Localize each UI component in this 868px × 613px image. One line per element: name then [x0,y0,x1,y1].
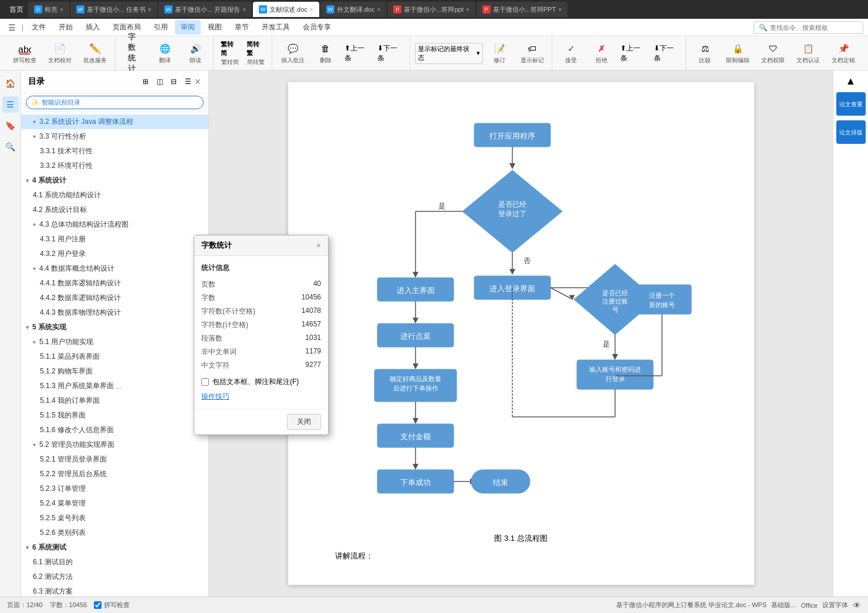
tab-close-icon[interactable]: × [310,6,313,13]
tab-t3[interactable]: W基于微信小... 开题报告× [158,2,252,17]
toc-toggle-4[interactable]: ▾ [26,177,29,184]
toc-toggle-10[interactable]: ▾ [33,265,36,272]
toc-toggle-1[interactable]: ▾ [33,133,36,140]
menu-item-插入[interactable]: 插入 [80,20,106,35]
toc-item-9[interactable]: 4.3.2 用户登录 [21,247,208,261]
toc-item-5[interactable]: 4.1 系统功能结构设计 [21,188,208,203]
menu-item-引用[interactable]: 引用 [148,20,174,35]
toc-toggle-29[interactable]: ▾ [26,544,29,551]
next-change-btn[interactable]: ⬇下一条 [651,42,682,65]
tab-t2[interactable]: W基于微信小... 任务书× [70,2,157,17]
toc-item-19[interactable]: 5.1.4 我的订单界面 [21,393,208,408]
toc-toggle-14[interactable]: ▾ [26,324,29,331]
toc-toggle-0[interactable]: ▾ [33,119,36,125]
toc-item-8[interactable]: 4.3.1 用户注册 [21,232,208,247]
tab-close-icon[interactable]: × [377,6,380,13]
delete-comment-btn[interactable]: 🗑 删除 [312,40,340,67]
toc-item-32[interactable]: 6.3 测试方案 [21,584,208,597]
left-icon-toc[interactable]: ☰ [2,96,19,113]
toc-toggle-22[interactable]: ▾ [33,442,36,448]
tab-t6[interactable]: P基于微信小...答辩ppt× [387,2,475,17]
toc-item-10[interactable]: ▾4.4 数据库概念结构设计 [21,261,208,276]
trad-to-simp-btn[interactable]: 繁转简 繁转简 [218,39,242,68]
sidebar-nav-btn-2[interactable]: ◫ [153,75,166,88]
paper-format-btn[interactable]: 论文排版 [836,120,866,144]
next-comment-btn[interactable]: ⬇下一条 [375,42,406,65]
toc-item-12[interactable]: 4.4.2 数据库逻辑结构设计 [21,291,208,305]
toc-item-25[interactable]: 5.2.3 订单管理 [21,481,208,496]
toc-item-1[interactable]: ▾3.3 可行性分析 [21,129,208,144]
toc-toggle-15[interactable]: ▾ [33,339,36,345]
menu-expand-icon[interactable]: ☰ [5,23,19,32]
search-box[interactable]: 🔍 [754,21,863,34]
toc-item-26[interactable]: 5.2.4 菜单管理 [21,496,208,511]
toc-item-3[interactable]: 3.3.2 环境可行性 [21,159,208,173]
toc-item-22[interactable]: ▾5.2 管理员功能实现界面 [21,437,208,452]
sidebar-close-btn[interactable]: ✕ [194,77,201,86]
toc-item-29[interactable]: ▾6 系统测试 [21,540,208,555]
toc-item-28[interactable]: 5.2.6 类别列表 [21,526,208,540]
spell-check-btn[interactable]: abc 拼写检查 [8,40,41,67]
scroll-up-btn[interactable]: ▲ [846,75,856,87]
tab-close-icon[interactable]: × [242,6,246,13]
toc-item-14[interactable]: ▾5 系统实现 [21,320,208,335]
tab-t7[interactable]: P基于微信小...答辩PPT× [477,2,568,17]
tab-t4[interactable]: W文献综述.doc× [253,2,319,17]
restrict-edit-btn[interactable]: 🔒 限制编辑 [721,40,754,67]
toc-item-7[interactable]: ▾4.3 总体功能结构设计流程图 [21,217,208,232]
menu-item-文件[interactable]: 文件 [26,20,52,35]
toc-item-6[interactable]: 4.2 系统设计目标 [21,203,208,217]
compare-btn[interactable]: ⚖ 比较 [691,40,719,67]
left-icon-home[interactable]: 🏠 [2,75,19,92]
toc-item-20[interactable]: 5.1.5 我的界面 [21,408,208,423]
menu-item-章节[interactable]: 章节 [229,20,255,35]
doc-final-btn[interactable]: 📌 文档定稿 [827,40,860,67]
tab-close-icon[interactable]: × [60,6,63,13]
toc-item-24[interactable]: 5.2.2 管理员后台系统 [21,467,208,481]
toc-item-11[interactable]: 4.4.1 数据库逻辑结构设计 [21,276,208,291]
word-count-btn[interactable]: 字数统计 [120,44,148,63]
insert-comment-btn[interactable]: 💬 插入批注 [277,40,309,67]
sidebar-nav-btn-4[interactable]: ☰ [181,75,194,88]
toc-item-31[interactable]: 6.2 测试方法 [21,570,208,584]
prev-comment-btn[interactable]: ⬆上一条 [342,42,373,65]
toc-item-15[interactable]: ▾5.1 用户功能实现 [21,335,208,349]
toc-item-18[interactable]: 5.1.3 用户系统菜单界面 ... [21,379,208,393]
include-textbox-checkbox[interactable] [201,378,209,386]
reject-btn[interactable]: ✗ 拒绝 [587,40,616,67]
spell-check-status[interactable]: 拼写检查 [94,601,130,609]
dialog-link[interactable]: 操作技巧 [201,392,229,400]
view-icon[interactable]: 👁 [853,601,861,610]
toc-item-16[interactable]: 5.1.1 菜品列表界面 [21,349,208,364]
doc-cert-btn[interactable]: 📋 文档认证 [792,40,825,67]
tab-close-icon[interactable]: × [148,6,151,13]
home-tab[interactable]: 首页 [5,2,28,17]
prev-change-btn[interactable]: ⬆上一条 [618,42,649,65]
toc-item-2[interactable]: 3.3.1 技术可行性 [21,144,208,159]
doc-rights-btn[interactable]: 🛡 文档权限 [756,40,789,67]
toc-item-30[interactable]: 6.1 测试目的 [21,555,208,570]
toc-item-27[interactable]: 5.2.5 桌号列表 [21,511,208,526]
menu-item-开始[interactable]: 开始 [53,20,79,35]
menu-item-审阅[interactable]: 审阅 [175,20,201,35]
toc-toggle-7[interactable]: ▾ [33,221,36,228]
show-markup-btn[interactable]: 🏷 显示标记 [516,40,548,67]
accept-btn[interactable]: ✓ 接受 [557,40,585,67]
simp-to-trad-btn[interactable]: 简转繁 简转繁 [244,39,268,68]
tab-t1[interactable]: D框壳× [28,2,69,17]
tab-close-icon[interactable]: × [466,6,470,13]
read-aloud-btn[interactable]: 🔊 朗读 [181,40,210,67]
tab-t5[interactable]: W外文翻译.doc× [320,2,387,17]
paper-check-btn[interactable]: 论文查重 [836,92,866,116]
dialog-close-btn[interactable]: 关闭 [287,414,321,430]
toc-item-13[interactable]: 4.4.3 数据库物理结构设计 [21,305,208,320]
search-input[interactable] [770,24,858,31]
menu-item-会员专享[interactable]: 会员专享 [297,20,337,35]
correct-service-btn[interactable]: ✏️ 批改服务 [79,40,112,67]
toc-item-17[interactable]: 5.1.2 购物车界面 [21,364,208,379]
menu-item-开发工具[interactable]: 开发工具 [256,20,296,35]
left-icon-bookmark[interactable]: 🔖 [2,117,19,134]
menu-item-视图[interactable]: 视图 [202,20,228,35]
doc-compare-btn[interactable]: 📄 文档校对 [43,40,76,67]
translate-btn[interactable]: 🌐 翻译 [151,40,179,67]
